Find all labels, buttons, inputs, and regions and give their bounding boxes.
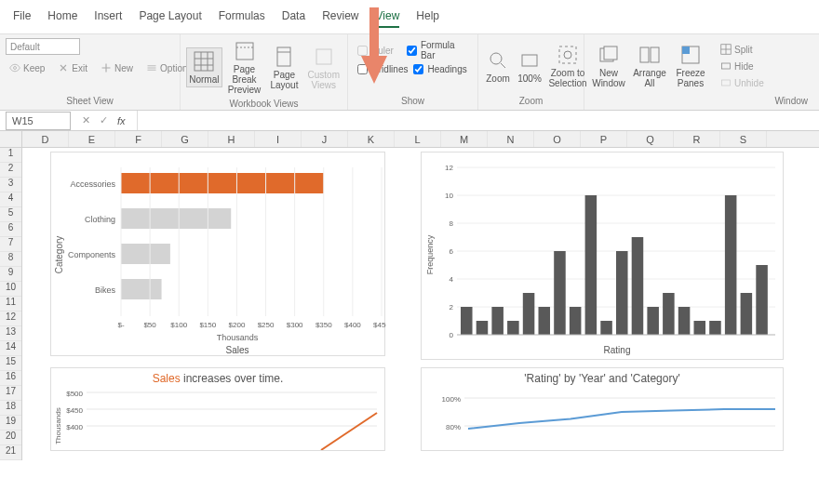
- row-header[interactable]: 21: [0, 445, 21, 460]
- select-all-button[interactable]: [0, 131, 22, 148]
- row-header[interactable]: 11: [0, 297, 21, 312]
- column-headers[interactable]: DEFGHIJKLMNOPQRS: [22, 131, 819, 148]
- formula-enter-icon[interactable]: ✓: [100, 114, 108, 126]
- insert-function-icon[interactable]: fx: [117, 115, 126, 126]
- col-header[interactable]: N: [488, 131, 534, 147]
- row-header[interactable]: 9: [0, 267, 21, 282]
- col-header[interactable]: H: [208, 131, 255, 147]
- sheet-view-combo[interactable]: [6, 38, 80, 55]
- options-icon: [146, 62, 157, 73]
- menu-home[interactable]: Home: [47, 9, 77, 28]
- svg-rect-23: [121, 208, 231, 229]
- svg-rect-19: [722, 80, 731, 86]
- headings-checkbox-input[interactable]: [413, 64, 423, 74]
- zoom-100-icon: [517, 49, 542, 72]
- freeze-panes-button[interactable]: Freeze Panes: [672, 42, 709, 90]
- menu-insert[interactable]: Insert: [94, 9, 122, 28]
- row-header[interactable]: 17: [0, 386, 21, 401]
- col-header[interactable]: F: [115, 131, 162, 147]
- chart-rating-frequency[interactable]: Frequency 024681012 Rating: [421, 152, 784, 360]
- normal-view-button[interactable]: Normal: [186, 47, 222, 87]
- menu-file[interactable]: File: [13, 9, 31, 28]
- svg-rect-18: [722, 63, 731, 69]
- svg-text:Sales: Sales: [225, 345, 248, 355]
- row-header[interactable]: 16: [0, 371, 21, 386]
- zoom-selection-icon: [556, 44, 580, 66]
- svg-rect-80: [678, 307, 691, 335]
- svg-text:$400: $400: [344, 321, 361, 329]
- col-header[interactable]: I: [255, 131, 302, 147]
- row-headers[interactable]: 123456789101112131415161718192021: [0, 148, 22, 460]
- menu-formulas[interactable]: Formulas: [219, 9, 265, 28]
- row-header[interactable]: 10: [0, 282, 21, 297]
- svg-rect-8: [522, 55, 537, 66]
- row-header[interactable]: 2: [0, 163, 21, 178]
- svg-point-7: [490, 53, 502, 64]
- row-header[interactable]: 20: [0, 431, 21, 445]
- svg-text:4: 4: [450, 275, 454, 284]
- row-header[interactable]: 1: [0, 148, 21, 163]
- zoom-button[interactable]: Zoom: [484, 47, 512, 86]
- headings-checkbox[interactable]: Headings: [413, 64, 466, 74]
- worksheet: DEFGHIJKLMNOPQRS 12345678910111213141516…: [0, 131, 819, 504]
- hide-button[interactable]: Hide: [717, 59, 768, 73]
- col-header[interactable]: Q: [627, 131, 674, 147]
- row-header[interactable]: 14: [0, 341, 21, 356]
- sheet-canvas[interactable]: Category AccessoriesClothingComponentsBi…: [22, 148, 819, 504]
- row-header[interactable]: 18: [0, 401, 21, 416]
- col-header[interactable]: M: [441, 131, 488, 147]
- formula-cancel-icon[interactable]: ✕: [82, 114, 90, 126]
- row-header[interactable]: 6: [0, 222, 21, 237]
- col-header[interactable]: P: [581, 131, 627, 147]
- zoom-100-button[interactable]: 100%: [516, 47, 544, 86]
- col-header[interactable]: L: [395, 131, 441, 147]
- page-layout-button[interactable]: Page Layout: [266, 44, 302, 92]
- row-header[interactable]: 7: [0, 237, 21, 252]
- svg-rect-66: [461, 307, 473, 335]
- arrange-all-button[interactable]: Arrange All: [631, 42, 668, 90]
- new-view-button[interactable]: New: [97, 60, 137, 75]
- svg-rect-69: [507, 321, 519, 335]
- col-header[interactable]: E: [69, 131, 115, 147]
- formula-bar-checkbox[interactable]: Formula Bar: [407, 40, 468, 60]
- col-header[interactable]: G: [162, 131, 208, 147]
- row-header[interactable]: 12: [0, 312, 21, 326]
- col-header[interactable]: J: [302, 131, 348, 147]
- row-header[interactable]: 4: [0, 192, 21, 207]
- new-window-button[interactable]: New Window: [590, 42, 627, 90]
- col-header[interactable]: D: [22, 131, 69, 147]
- menu-page-layout[interactable]: Page Layout: [139, 9, 201, 28]
- split-button[interactable]: Split: [717, 42, 768, 57]
- chart-sales-by-category[interactable]: Category AccessoriesClothingComponentsBi…: [50, 152, 385, 356]
- svg-rect-85: [756, 265, 768, 335]
- chart-rating-by-year-category[interactable]: 'Rating' by 'Year' and 'Category' 100%80…: [421, 367, 784, 451]
- col-header[interactable]: O: [534, 131, 581, 147]
- normal-icon: [192, 50, 216, 73]
- custom-views-button[interactable]: Custom Views: [306, 44, 342, 92]
- menu-help[interactable]: Help: [416, 9, 439, 28]
- row-header[interactable]: 15: [0, 356, 21, 371]
- row-header[interactable]: 19: [0, 416, 21, 431]
- name-box[interactable]: [6, 112, 71, 130]
- col-header[interactable]: S: [720, 131, 767, 147]
- row-header[interactable]: 3: [0, 178, 21, 192]
- svg-rect-79: [663, 293, 675, 335]
- col-header[interactable]: R: [674, 131, 720, 147]
- formula-bar-checkbox-input[interactable]: [407, 46, 417, 56]
- menu-review[interactable]: Review: [322, 9, 358, 28]
- svg-rect-71: [539, 307, 551, 335]
- col-header[interactable]: K: [348, 131, 395, 147]
- svg-text:Frequency: Frequency: [425, 234, 435, 274]
- row-header[interactable]: 8: [0, 252, 21, 267]
- keep-button[interactable]: Keep: [6, 60, 48, 75]
- row-header[interactable]: 13: [0, 326, 21, 341]
- menu-data[interactable]: Data: [282, 9, 305, 28]
- svg-text:Category: Category: [54, 236, 64, 274]
- zoom-to-selection-button[interactable]: Zoom to Selection: [547, 42, 588, 90]
- svg-rect-77: [632, 237, 644, 335]
- row-header[interactable]: 5: [0, 207, 21, 222]
- chart-sales-over-time[interactable]: Sales increases over time. Thousands $50…: [50, 367, 385, 451]
- page-break-button[interactable]: Page Break Preview: [226, 38, 263, 97]
- exit-button[interactable]: Exit: [54, 60, 91, 75]
- formula-input[interactable]: [137, 111, 819, 130]
